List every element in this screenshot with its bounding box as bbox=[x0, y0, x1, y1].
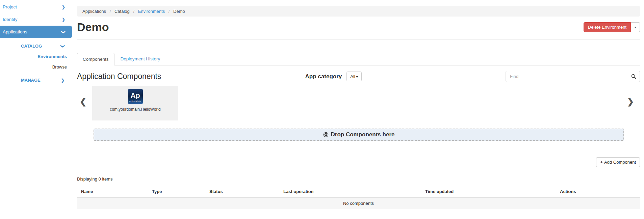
application-icon-subtext: APPLICATION bbox=[129, 100, 141, 102]
breadcrumb-separator: / bbox=[110, 9, 111, 14]
app-card-label: com.yourdomain.HelloWorld bbox=[110, 107, 161, 112]
delete-environment-button-group: Delete Environment ▾ bbox=[584, 22, 640, 32]
sidebar-item-identity[interactable]: Identity ❯ bbox=[0, 13, 72, 26]
carousel-next-button[interactable]: ❯ bbox=[627, 97, 634, 106]
app-category-dropdown[interactable]: All▾ bbox=[346, 72, 361, 81]
table-summary: Displaying 0 items bbox=[77, 176, 640, 182]
chevron-right-icon: ❯ bbox=[62, 5, 65, 9]
main-content: Applications / Catalog / Environments / … bbox=[72, 0, 644, 209]
caret-down-icon: ▾ bbox=[356, 75, 358, 79]
delete-environment-button[interactable]: Delete Environment bbox=[584, 22, 631, 32]
breadcrumb: Applications / Catalog / Environments / … bbox=[77, 6, 640, 17]
chevron-down-icon: ❯ bbox=[61, 30, 66, 33]
tab-bar: Components Deployment History bbox=[77, 53, 640, 65]
chevron-down-icon: ❯ bbox=[61, 44, 65, 48]
application-icon: Ap APPLICATION bbox=[128, 89, 143, 104]
components-table: Name Type Status Last operation Time upd… bbox=[77, 186, 640, 209]
breadcrumb-separator: / bbox=[169, 9, 170, 14]
chevron-right-icon: ❯ bbox=[62, 18, 65, 22]
add-component-button[interactable]: +Add Component bbox=[596, 157, 640, 167]
sidebar-group-catalog[interactable]: CATALOG ❯ bbox=[0, 41, 72, 51]
drop-components-zone[interactable]: Drop Components here bbox=[94, 129, 624, 141]
app-category-selected: All bbox=[350, 74, 355, 79]
column-header-actions: Actions bbox=[556, 186, 640, 198]
sidebar-group-label: MANAGE bbox=[21, 78, 41, 83]
sidebar-group-label: CATALOG bbox=[21, 44, 42, 49]
divider bbox=[77, 149, 640, 149]
application-icon-text: Ap bbox=[131, 92, 140, 99]
sidebar-group-manage[interactable]: MANAGE ❯ bbox=[0, 75, 72, 85]
table-header-row: Name Type Status Last operation Time upd… bbox=[77, 186, 640, 198]
sidebar-item-label: Project bbox=[3, 4, 17, 9]
column-header-time-updated[interactable]: Time updated bbox=[421, 186, 556, 198]
sidebar-item-project[interactable]: Project ❯ bbox=[0, 1, 72, 13]
tab-components[interactable]: Components bbox=[77, 53, 114, 65]
search-icon[interactable] bbox=[631, 74, 636, 80]
column-header-last-operation[interactable]: Last operation bbox=[279, 186, 421, 198]
app-component-card[interactable]: Ap APPLICATION com.yourdomain.HelloWorld bbox=[92, 86, 178, 120]
components-carousel: ❮ Ap APPLICATION com.yourdomain.HelloWor… bbox=[77, 86, 640, 120]
column-header-status[interactable]: Status bbox=[205, 186, 279, 198]
app-category-label: App category bbox=[305, 73, 342, 80]
sidebar: Project ❯ Identity ❯ Applications ❯ CATA… bbox=[0, 0, 72, 219]
caret-down-icon: ▾ bbox=[634, 25, 636, 29]
sidebar-item-environments[interactable]: Environments bbox=[0, 51, 72, 62]
target-icon bbox=[323, 132, 329, 137]
section-heading: Application Components bbox=[77, 72, 161, 81]
find-input[interactable] bbox=[506, 71, 640, 82]
table-empty-row: No components bbox=[77, 198, 640, 209]
find-field-wrapper bbox=[506, 71, 640, 82]
breadcrumb-separator: / bbox=[133, 9, 134, 14]
sidebar-item-label: Identity bbox=[3, 17, 18, 22]
plus-icon: + bbox=[600, 160, 603, 165]
dropzone-label: Drop Components here bbox=[331, 131, 395, 138]
column-header-type[interactable]: Type bbox=[148, 186, 205, 198]
breadcrumb-item-catalog[interactable]: Catalog bbox=[114, 9, 130, 14]
breadcrumb-item-environments[interactable]: Environments bbox=[138, 9, 165, 14]
add-component-label: Add Component bbox=[604, 160, 636, 165]
delete-environment-dropdown-toggle[interactable]: ▾ bbox=[631, 22, 640, 32]
carousel-prev-button[interactable]: ❮ bbox=[80, 97, 86, 106]
chevron-right-icon: ❯ bbox=[61, 78, 65, 82]
breadcrumb-item-current: Demo bbox=[173, 9, 185, 14]
tab-deployment-history[interactable]: Deployment History bbox=[115, 53, 166, 65]
sidebar-item-label: Applications bbox=[3, 29, 27, 34]
breadcrumb-item-applications[interactable]: Applications bbox=[82, 9, 106, 14]
sidebar-item-applications[interactable]: Applications ❯ bbox=[0, 26, 72, 38]
sidebar-item-browse[interactable]: Browse bbox=[0, 62, 72, 72]
page-title: Demo bbox=[77, 21, 109, 34]
column-header-name[interactable]: Name bbox=[77, 186, 148, 198]
empty-table-message: No components bbox=[77, 198, 640, 209]
